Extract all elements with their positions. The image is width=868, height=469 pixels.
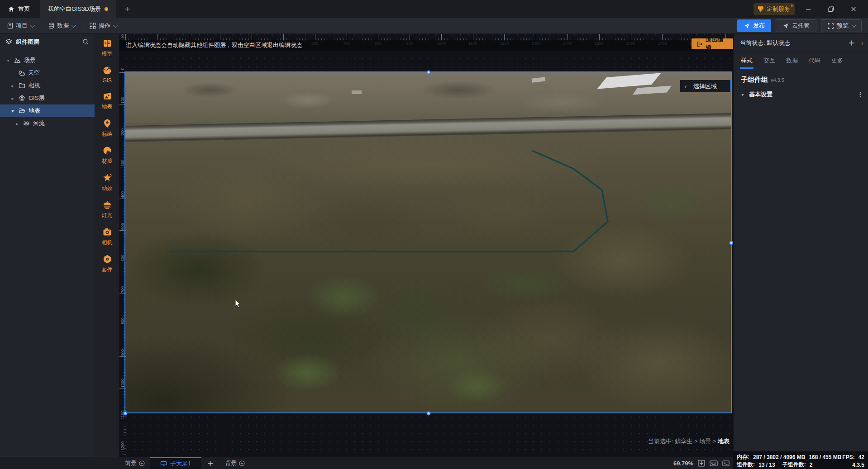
caret-down-icon[interactable]: ▾ — [10, 109, 15, 114]
chevron-down-icon — [30, 23, 35, 28]
menu-bar: 项目 数据 操作 发布 云托管 预览 — [0, 18, 868, 34]
breadcrumb-item[interactable]: 鲸孪生 — [675, 438, 692, 445]
tool-effect[interactable]: 动效 — [102, 173, 113, 192]
scene-tab[interactable]: 我的空白GIS3D场景 — [40, 0, 116, 18]
tool-material[interactable]: 材质 — [102, 146, 113, 165]
add-screen-button[interactable] — [201, 457, 219, 469]
caret-right-icon[interactable]: ▸ — [10, 83, 15, 88]
console-button[interactable] — [722, 460, 730, 466]
paper-plane-icon — [744, 23, 750, 29]
memory-value: 287 / 3802 / 4096 MB — [753, 454, 805, 460]
tree-item-sky[interactable]: 天空 — [0, 66, 95, 79]
tab-more[interactable]: 更多 — [831, 57, 843, 69]
foreground-button[interactable]: 前景 — [119, 457, 150, 469]
camera-icon — [102, 227, 112, 237]
tree-item-river[interactable]: ▸ 河流 — [0, 117, 95, 130]
new-tab-button[interactable] — [116, 0, 139, 18]
add-state-icon[interactable] — [849, 40, 855, 46]
caret-right-icon[interactable]: ▸ — [10, 96, 15, 101]
chevron-down-icon — [113, 23, 118, 28]
tree-label: GIS层 — [29, 94, 44, 102]
selection-breadcrumb: 当前选中: 鲸孪生 > 场景 > 地表 — [648, 437, 730, 445]
section-basic-label: 基本设置 — [749, 90, 773, 99]
caret-down-icon[interactable]: ▾ — [5, 58, 11, 63]
publish-button[interactable]: 发布 — [737, 19, 771, 32]
chevron-right-icon[interactable]: › — [861, 39, 863, 47]
fullscreen-icon — [828, 23, 834, 29]
cloud-host-button[interactable]: 云托管 — [776, 19, 816, 32]
star-effect-icon — [102, 173, 112, 183]
tab-style[interactable]: 样式 — [741, 57, 753, 69]
tree-item-gis-layer[interactable]: ▸ GIS层 — [0, 92, 95, 104]
tree-item-camera-folder[interactable]: ▸ 相机 — [0, 79, 95, 92]
editor-canvas[interactable]: 1002003004005006007008009001000110012001… — [119, 34, 733, 457]
tool-light[interactable]: 灯光 — [102, 200, 113, 219]
selection-handle-top[interactable] — [427, 71, 431, 75]
search-icon[interactable] — [82, 38, 89, 45]
background-label: 背景 — [225, 459, 237, 467]
menu-data[interactable]: 数据 — [41, 18, 82, 33]
notification-dot-icon — [791, 5, 793, 7]
breadcrumb-separator: > — [713, 438, 716, 445]
tree-item-scene[interactable]: ▾ 场景 — [0, 54, 95, 66]
menu-project[interactable]: 项目 — [0, 18, 41, 33]
component-toolbox: 模型 GIS 地表 标绘 材质 动效 灯光 相机 — [95, 34, 119, 457]
chevron-left-icon[interactable]: ‹ — [680, 83, 693, 90]
caret-right-icon[interactable]: ▸ — [14, 121, 20, 126]
shortcut-keyboard-button[interactable] — [710, 460, 718, 466]
menu-project-label: 项目 — [16, 22, 28, 30]
more-options-icon[interactable]: ⋮ — [857, 91, 863, 98]
section-basic-settings[interactable]: ▾ 基本设置 ⋮ — [734, 87, 868, 102]
maximize-button[interactable] — [822, 2, 840, 16]
menu-operate[interactable]: 操作 — [82, 18, 124, 33]
tool-gis[interactable]: GIS — [102, 66, 112, 84]
gpu-memory-value: 168 / 455 MB — [809, 454, 841, 460]
river-icon — [23, 121, 30, 126]
tool-plot[interactable]: 标绘 — [102, 118, 113, 138]
layer-panel: 组件图层 ▾ 场景 天空 ▸ 相机 ▸ GIS层 — [0, 34, 95, 457]
close-icon — [851, 6, 856, 12]
minimize-button[interactable] — [799, 2, 817, 16]
engine-version: 4.3.5 — [852, 462, 864, 468]
zoom-level[interactable]: 69.79% — [673, 460, 693, 467]
preview-button[interactable]: 预览 — [821, 19, 862, 32]
fit-screen-button[interactable] — [698, 460, 705, 467]
plus-icon — [124, 6, 131, 12]
subcomponents-label: 子组件数: — [782, 461, 806, 469]
tab-code[interactable]: 代码 — [809, 57, 820, 69]
breadcrumb-item-current[interactable]: 地表 — [718, 438, 730, 445]
breadcrumb-item[interactable]: 场景 — [699, 438, 711, 445]
component-version: v4.3.5 — [771, 77, 784, 83]
globe-icon — [102, 66, 112, 76]
river-boundary-line[interactable] — [125, 72, 732, 413]
tree-item-terrain[interactable]: ▾ 地表 — [0, 104, 95, 117]
tab-data[interactable]: 数据 — [786, 57, 798, 69]
tool-kit[interactable]: 套件 — [102, 254, 113, 274]
app-window: 首页 我的空白GIS3D场景 定制服务 项目 数据 — [0, 0, 868, 469]
breadcrumb-prefix: 当前选中: — [648, 438, 673, 445]
tool-camera[interactable]: 相机 — [102, 227, 113, 246]
select-region-button[interactable]: ‹ 选择区域 — [680, 80, 732, 92]
tool-label: 动效 — [102, 185, 113, 192]
fps-label: FPS: — [842, 454, 854, 460]
preview-label: 预览 — [837, 22, 849, 30]
tool-model[interactable]: 模型 — [102, 38, 113, 58]
tab-interaction[interactable]: 交互 — [763, 57, 775, 69]
subcomponents-value: 2 — [810, 462, 813, 468]
selection-handle-bottom-left[interactable] — [124, 412, 128, 416]
background-button[interactable]: 背景 — [219, 457, 250, 469]
exit-edit-button[interactable]: 退出编辑 — [692, 38, 733, 49]
terrain-icon — [102, 91, 112, 101]
screen-tab-active[interactable]: 子大屏1 — [150, 457, 201, 469]
tool-terrain[interactable]: 地表 — [102, 91, 113, 111]
selection-handle-right[interactable] — [730, 241, 734, 245]
close-button[interactable] — [844, 2, 863, 16]
custom-service-label: 定制服务 — [767, 5, 790, 13]
selection-handle-bottom[interactable] — [427, 412, 431, 416]
home-tab[interactable]: 首页 — [0, 0, 40, 18]
menu-data-label: 数据 — [57, 22, 69, 30]
gis-map-viewport[interactable] — [125, 72, 732, 413]
tool-label: 套件 — [102, 266, 113, 274]
custom-service-badge[interactable]: 定制服务 — [754, 3, 795, 15]
circle-plus-icon — [139, 460, 145, 466]
